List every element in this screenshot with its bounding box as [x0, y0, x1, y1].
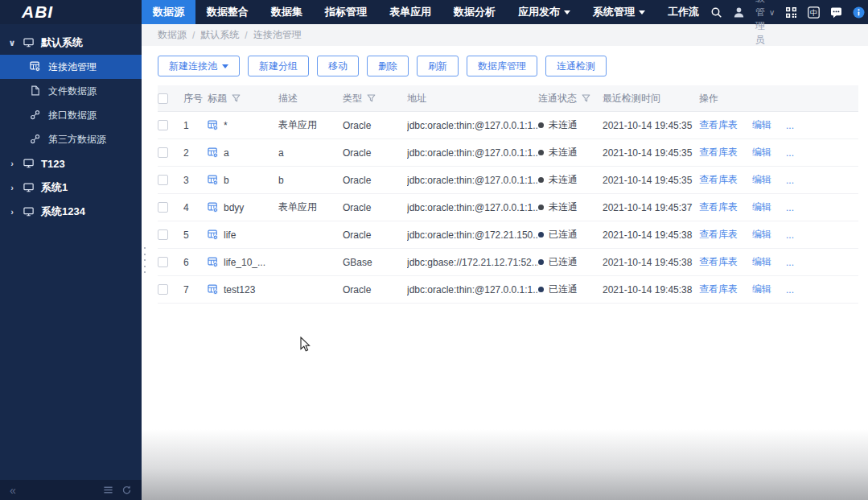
connectivity-check-button[interactable]: 连通检测	[545, 56, 607, 76]
info-icon[interactable]	[853, 6, 865, 19]
list-view-icon[interactable]	[103, 485, 113, 495]
breadcrumb-item[interactable]: 默认系统	[200, 28, 239, 42]
edit-link[interactable]: 编辑	[752, 228, 771, 242]
chevron-right-icon: ›	[7, 207, 17, 217]
message-icon[interactable]	[830, 6, 842, 19]
row-title-cell: test123	[208, 284, 278, 295]
type-filter-icon[interactable]	[367, 94, 376, 102]
edit-link[interactable]: 编辑	[752, 283, 771, 296]
view-tables-link[interactable]: 查看库表	[699, 228, 738, 242]
row-address: jdbc:oracle:thin:@127.0.0.1:1...	[407, 284, 538, 295]
row-address: jdbc:oracle:thin:@127.0.0.1:1...	[407, 147, 538, 159]
row-checkbox[interactable]	[158, 229, 168, 240]
tab-workflow[interactable]: 工作流	[656, 0, 710, 24]
sidebar-item-third-party-datasource[interactable]: 第三方数据源	[0, 127, 142, 151]
breadcrumb-item[interactable]: 连接池管理	[253, 28, 302, 42]
status-filter-icon[interactable]	[582, 94, 590, 102]
row-address: jdbc:gbase://172.21.12.71:52...	[407, 257, 538, 268]
sidebar-system-default-system[interactable]: ∨默认系统	[0, 31, 142, 55]
sidebar-system-system1234[interactable]: ›系统1234	[0, 200, 142, 224]
row-title: bdyy	[224, 202, 244, 213]
tab-data-source[interactable]: 数据源	[142, 0, 195, 24]
database-management-button[interactable]: 数据库管理	[467, 56, 537, 76]
edit-link[interactable]: 编辑	[752, 173, 771, 187]
table-row: 4bdyy表单应用Oraclejdbc:oracle:thin:@127.0.0…	[158, 194, 858, 221]
tab-app-publish[interactable]: 应用发布	[507, 0, 582, 24]
row-address: jdbc:oracle:thin:@127.0.0.1:1...	[407, 175, 538, 186]
qrcode-icon[interactable]	[785, 6, 797, 19]
tab-dataset[interactable]: 数据集	[260, 0, 314, 24]
tab-data-integration[interactable]: 数据整合	[195, 0, 260, 24]
pane-splitter-handle[interactable]	[142, 246, 147, 275]
edit-link[interactable]: 编辑	[752, 146, 771, 159]
user-avatar-icon[interactable]	[733, 6, 745, 19]
row-checkbox[interactable]	[158, 202, 168, 213]
button-label: 连通检测	[557, 60, 595, 73]
language-zh-icon[interactable]: 中	[808, 6, 820, 19]
move-button[interactable]: 移动	[317, 56, 359, 76]
tab-label: 应用发布	[518, 5, 560, 19]
status-text: 未连通	[549, 118, 578, 132]
more-actions-link[interactable]: ...	[786, 229, 794, 241]
row-checkbox[interactable]	[158, 257, 168, 267]
sidebar-item-label: 文件数据源	[48, 85, 97, 98]
more-actions-link[interactable]: ...	[786, 147, 794, 159]
chevron-down-icon: ∨	[7, 38, 17, 48]
sidebar-item-connection-pool-management[interactable]: 连接池管理	[0, 55, 142, 79]
row-checkbox[interactable]	[158, 120, 168, 130]
edit-link[interactable]: 编辑	[752, 118, 771, 132]
tab-label: 数据源	[153, 5, 184, 19]
tab-data-analysis[interactable]: 数据分析	[442, 0, 507, 24]
sidebar-item-file-datasource[interactable]: 文件数据源	[0, 79, 142, 103]
column-label: 地址	[407, 92, 426, 105]
row-type: Oracle	[343, 284, 407, 295]
collapse-sidebar-icon[interactable]: «	[10, 484, 16, 497]
row-no: 6	[183, 257, 208, 268]
delete-button[interactable]: 删除	[367, 56, 409, 76]
sidebar-system-t123[interactable]: ›T123	[0, 151, 142, 176]
caret-down-icon	[564, 10, 570, 14]
sidebar-item-api-datasource[interactable]: 接口数据源	[0, 103, 142, 127]
row-no: 7	[183, 284, 208, 295]
row-check-time: 2021-10-14 19:45:38	[603, 284, 699, 295]
breadcrumb-item[interactable]: 数据源	[158, 28, 187, 42]
tab-label: 指标管理	[325, 5, 367, 19]
view-tables-link[interactable]: 查看库表	[699, 118, 738, 132]
edit-link[interactable]: 编辑	[752, 255, 771, 269]
view-tables-link[interactable]: 查看库表	[699, 255, 738, 269]
row-type: GBase	[343, 257, 407, 268]
table-row: 1*表单应用Oraclejdbc:oracle:thin:@127.0.0.1:…	[158, 112, 858, 139]
row-checkbox[interactable]	[158, 284, 168, 295]
view-tables-link[interactable]: 查看库表	[699, 283, 738, 296]
more-actions-link[interactable]: ...	[786, 202, 794, 213]
new-connection-pool-button[interactable]: 新建连接池	[158, 56, 240, 76]
user-menu[interactable]: 超级管理员∨	[755, 0, 775, 47]
tab-label: 数据集	[271, 5, 302, 19]
tab-form-application[interactable]: 表单应用	[378, 0, 442, 24]
search-icon[interactable]	[710, 6, 722, 19]
row-checkbox[interactable]	[158, 175, 168, 185]
view-tables-link[interactable]: 查看库表	[699, 146, 738, 159]
view-tables-link[interactable]: 查看库表	[699, 200, 738, 214]
new-group-button[interactable]: 新建分组	[248, 56, 309, 76]
row-title: life	[224, 229, 236, 241]
topbar-right: 超级管理员∨中	[710, 0, 868, 24]
tab-indicator-management[interactable]: 指标管理	[314, 0, 378, 24]
more-actions-link[interactable]: ...	[786, 175, 794, 186]
sidebar-system-system1[interactable]: ›系统1	[0, 176, 142, 200]
row-title-cell: a	[208, 147, 278, 159]
more-actions-link[interactable]: ...	[786, 120, 794, 131]
more-actions-link[interactable]: ...	[786, 257, 794, 268]
view-tables-link[interactable]: 查看库表	[699, 173, 738, 187]
tab-system-management[interactable]: 系统管理	[582, 0, 656, 24]
status-text: 未连通	[549, 173, 578, 187]
select-all-checkbox[interactable]	[158, 93, 168, 104]
status-text: 未连通	[549, 200, 578, 214]
refresh-tree-icon[interactable]	[121, 485, 132, 495]
more-actions-link[interactable]: ...	[786, 284, 794, 295]
refresh-button[interactable]: 刷新	[417, 56, 459, 76]
status-dot	[538, 122, 544, 128]
title-filter-icon[interactable]	[232, 94, 241, 102]
edit-link[interactable]: 编辑	[752, 200, 771, 214]
row-checkbox[interactable]	[158, 147, 168, 158]
